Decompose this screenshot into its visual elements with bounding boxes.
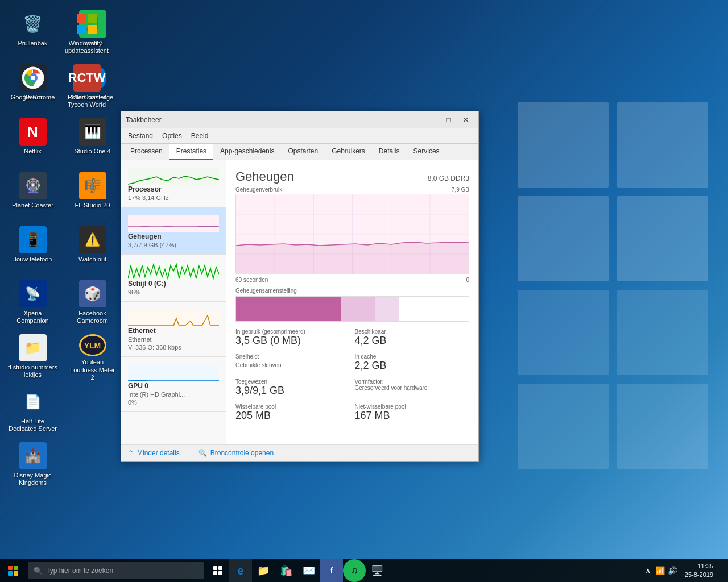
netflix-icon: N (19, 118, 47, 146)
desktop-icon-disney[interactable]: 🏰 Disney Magic Kingdoms (6, 438, 60, 492)
stat-nietwisselbaar-label: Niet-wisselbare pool (355, 404, 470, 410)
svg-rect-28 (218, 566, 222, 570)
tab-opstarten[interactable]: Opstarten (281, 144, 325, 160)
sidebar-geheugen[interactable]: Geheugen 3,7/7,9 GB (47%) (121, 207, 226, 255)
sidebar-processor[interactable]: Processor 17% 3,14 GHz (121, 160, 226, 207)
main-title: Geheugen (235, 169, 294, 184)
task-manager-window: Taakbeheer ─ □ ✕ Bestand Opties Beeld Pr… (121, 111, 479, 462)
svg-rect-5 (617, 290, 708, 375)
desktop-icon-win10[interactable]: Windows 10-updateassistent (60, 6, 114, 60)
tm-main-content: Geheugen 8,0 GB DDR3 Geheugenverbruik 7,… (226, 160, 478, 444)
studio1-icon: 🎹 (79, 118, 106, 146)
less-details-label: Minder details (137, 449, 180, 457)
chart-label-left: Geheugenverbruik (235, 186, 282, 193)
youlean-icon: YLM (79, 334, 106, 356)
tab-processen[interactable]: Processen (123, 144, 169, 160)
tab-gebruikers[interactable]: Gebruikers (325, 144, 372, 160)
desktop-icon-hlserver[interactable]: 📄 Half-Life Dedicated Server (6, 384, 60, 438)
stat-ingebruik-label: In gebruik (gecomprimeerd) (235, 329, 350, 335)
close-button[interactable]: ✕ (458, 114, 474, 126)
taskbar-fb-icon[interactable]: f (320, 559, 343, 582)
titlebar: Taakbeheer ─ □ ✕ (121, 111, 478, 128)
svg-rect-6 (518, 384, 609, 469)
desktop-icon-studio1[interactable]: 🎹 Studio One 4 (65, 114, 119, 168)
desktop-icon-chrome[interactable]: Google Chrome (6, 60, 60, 114)
taskbar-store-icon[interactable]: 🛍️ (275, 559, 297, 582)
svg-rect-30 (218, 571, 222, 575)
stat-beschikbaar: Beschikbaar 4,2 GB (355, 329, 470, 347)
search-input[interactable] (46, 567, 198, 575)
svg-rect-4 (518, 290, 609, 375)
youlean-label: Youlean Loudness Meter 2 (68, 359, 117, 381)
svg-rect-2 (518, 196, 609, 281)
taskbar-explorer-icon[interactable]: 📁 (252, 559, 275, 582)
sidebar-schijf[interactable]: Schijf 0 (C:) 96% (121, 255, 226, 302)
taskbar-spotify-taskbar-icon[interactable]: ♫ (343, 559, 366, 582)
menu-beeld[interactable]: Beeld (187, 130, 213, 142)
tray-network[interactable]: 📶 (654, 559, 667, 582)
desktop-icon-prullenbak[interactable]: 🗑️ Prullenbak (6, 6, 60, 60)
desktop-icon-flnummers[interactable]: 📁 fl studio nummers leidjes (6, 330, 60, 384)
svg-rect-12 (128, 168, 219, 185)
desktop-icon-telefoon[interactable]: 📱 Jouw telefoon (6, 222, 60, 276)
taskbar-network-icon[interactable]: 🖥️ (366, 559, 388, 582)
desktop-icon-youlean[interactable]: YLM Youlean Loudness Meter 2 (65, 330, 119, 384)
taskbar-right: ∧ 📶 🔊 11:35 25-8-2019 (642, 559, 728, 582)
tab-details[interactable]: Details (372, 144, 407, 160)
svg-rect-3 (617, 196, 708, 281)
fl-icon: 🎼 (79, 172, 106, 199)
studio1-label: Studio One 4 (74, 148, 110, 155)
tab-services[interactable]: Services (407, 144, 446, 160)
task-view-button[interactable] (206, 559, 229, 582)
processor-subtitle: 17% 3,14 GHz (128, 194, 219, 201)
schijf-subtitle: 96% (128, 289, 219, 296)
desktop-icon-watchout[interactable]: ⚠️ Watch out (65, 222, 119, 276)
tray-volume[interactable]: 🔊 (667, 559, 679, 582)
stat-ingebruik: In gebruik (gecomprimeerd) 3,5 GB (0 MB) (235, 329, 350, 347)
tab-prestaties[interactable]: Prestaties (169, 144, 213, 160)
gpu-title: GPU 0 (128, 382, 219, 390)
taskbar-search-box[interactable]: 🔍 (28, 562, 204, 579)
desktop-icon-xperia[interactable]: 📡 Xperia Companion (6, 276, 60, 330)
search-icon: 🔍 (34, 567, 43, 575)
chrome-icon (19, 64, 47, 92)
desktop-icon-planet[interactable]: 🎡 Planet Coaster (6, 168, 60, 222)
stat-beschikbaar-label: Beschikbaar (355, 329, 470, 335)
open-monitor-btn[interactable]: 🔍 Broncontrole openen (198, 449, 274, 457)
tm-sidebar: Processor 17% 3,14 GHz Geheugen 3,7/7,9 … (121, 160, 226, 444)
less-details-btn[interactable]: ⌃ Minder details (128, 449, 180, 457)
composition-chart (235, 296, 469, 322)
menu-bestand[interactable]: Bestand (123, 130, 158, 142)
stat-gereserveerd-label: Gereserveerd voor hardware: (355, 385, 470, 391)
win10-icon (73, 10, 101, 38)
chevron-up-icon: ⌃ (128, 449, 134, 457)
fbgameroom-icon: 🎲 (79, 280, 106, 307)
desktop-icon-rctw[interactable]: RCTW RollerCoaster Tycoon World (60, 60, 114, 114)
stat-toegewezen: Toegewezen 3,9/9,1 GB (235, 379, 350, 397)
netflix-label: Netflix (24, 148, 42, 155)
stat-incache: In cache 2,2 GB (355, 354, 470, 372)
stat-incache-label: In cache (355, 354, 470, 360)
stat-ingebruik-value: 3,5 GB (0 MB) (235, 335, 350, 347)
rctw-label: RollerCoaster Tycoon World (62, 94, 111, 109)
stat-sleuven-label: Gebruikte sleuven: (235, 362, 350, 368)
sidebar-gpu[interactable]: GPU 0 Intel(R) HD Graphi... 0% (121, 357, 226, 412)
stat-incache-value: 2,2 GB (355, 360, 470, 372)
start-button[interactable] (0, 559, 26, 582)
taskbar-edge-icon[interactable]: e (229, 559, 252, 582)
desktop-icon-netflix[interactable]: N Netflix (6, 114, 60, 168)
xperia-icon: 📡 (19, 280, 47, 307)
taskbar-mail-icon[interactable]: ✉️ (297, 559, 320, 582)
stat-wisselbaar-value: 205 MB (235, 410, 350, 422)
menu-opties[interactable]: Opties (158, 130, 187, 142)
maximize-button[interactable]: □ (441, 114, 457, 126)
minimize-button[interactable]: ─ (424, 114, 440, 126)
tray-chevron[interactable]: ∧ (642, 559, 654, 582)
desktop-icon-fbgameroom[interactable]: 🎲 Facebook Gameroom (65, 276, 119, 330)
tab-appgeschiedenis[interactable]: App-geschiedenis (213, 144, 281, 160)
system-clock[interactable]: 11:35 25-8-2019 (680, 562, 718, 580)
sidebar-ethernet[interactable]: Ethernet Ethernet V: 336 O: 368 kbps (121, 302, 226, 357)
desktop-icon-fl[interactable]: 🎼 FL Studio 20 (65, 168, 119, 222)
show-desktop-btn[interactable] (719, 559, 723, 582)
svg-rect-16 (128, 365, 219, 382)
